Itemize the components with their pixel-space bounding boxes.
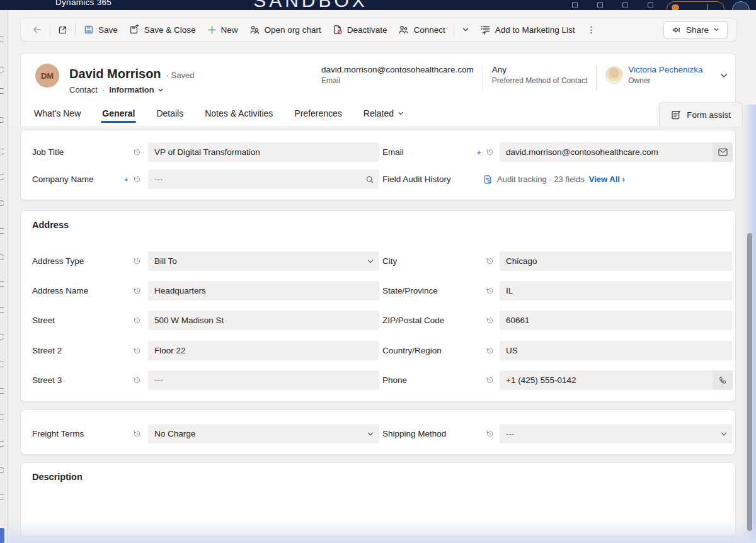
connect-button[interactable]: Connect [392, 21, 450, 38]
header-owner[interactable]: Victoria Pechenizka Owner [597, 65, 711, 85]
connect-flyout-chevron[interactable] [457, 23, 474, 36]
history-icon [130, 175, 143, 183]
history-icon [130, 376, 143, 384]
nav-icon-fragment [0, 227, 4, 234]
phone-value: +1 (425) 555-0142 [506, 375, 709, 385]
email-field[interactable]: david.morrison@contosohealthcare.com [500, 142, 733, 162]
tab-whats-new[interactable]: What's New [34, 102, 81, 125]
phone-field[interactable]: +1 (425) 555-0142 [500, 370, 733, 390]
history-icon [130, 148, 143, 156]
city-label: City [382, 256, 477, 266]
shipping-section-card: Freight Terms No Charge Shipping Method … [20, 409, 736, 455]
open-org-chart-button[interactable]: Open org chart [244, 21, 327, 38]
header-email-label: Email [321, 76, 474, 85]
street-field[interactable]: 500 W Madison St [148, 311, 379, 330]
job-title-label: Job Title [32, 147, 124, 157]
job-title-field[interactable]: VP of Digital Transformation [148, 142, 379, 162]
form-assist-button[interactable]: Form assist [659, 102, 743, 127]
tab-details[interactable]: Details [156, 102, 183, 125]
nav-icon-fragment [0, 35, 4, 42]
more-commands-button[interactable]: ⋮ [581, 23, 602, 37]
scrollbar-thumb[interactable] [747, 233, 752, 531]
preferred-method-value: Any [492, 65, 587, 74]
audit-tracking-text: Audit tracking · 23 fields [497, 174, 585, 184]
settings-icon[interactable] [572, 2, 578, 8]
call-phone-button[interactable] [713, 370, 733, 390]
summary-fields-card: Job Title VP of Digital Transformation C… [20, 130, 736, 200]
history-icon [130, 316, 143, 324]
new-button[interactable]: New [202, 21, 244, 38]
country-region-field[interactable]: US [500, 341, 733, 360]
company-name-lookup-field[interactable]: --- [148, 169, 379, 189]
city-field[interactable]: Chicago [500, 251, 733, 271]
view-all-link[interactable]: View All › [589, 174, 625, 184]
header-email-value: david.morrison@contosohealthcare.com [321, 65, 474, 74]
add-to-marketing-list-button[interactable]: Add to Marketing List [474, 21, 581, 38]
field-audit-history-label: Field Audit History [382, 174, 477, 184]
tab-notes-activities[interactable]: Notes & Activities [205, 102, 273, 125]
zip-postal-code-value: 60661 [506, 316, 728, 325]
back-button[interactable] [27, 22, 47, 37]
freight-terms-value: No Charge [154, 429, 367, 438]
chevron-down-icon [158, 87, 164, 93]
zip-postal-code-field[interactable]: 60661 [500, 311, 733, 330]
history-icon [130, 287, 143, 295]
deactivate-button[interactable]: Deactivate [327, 21, 393, 38]
address-name-field[interactable]: Headquarters [148, 281, 379, 300]
nav-icon-fragment [0, 440, 4, 447]
trial-dot-icon [672, 4, 679, 10]
description-section-title: Description [32, 472, 83, 482]
share-button[interactable]: Share [663, 21, 728, 38]
history-icon [483, 346, 496, 355]
help-icon[interactable] [597, 2, 603, 8]
address-type-dropdown[interactable]: Bill To [148, 251, 379, 271]
deactivate-icon [333, 25, 343, 35]
search-icon[interactable] [365, 175, 374, 184]
send-email-button[interactable] [713, 142, 733, 162]
open-in-new-window-icon [58, 25, 67, 35]
chevron-down-icon[interactable] [720, 430, 728, 438]
save-and-close-button[interactable]: Save & Close [123, 21, 202, 38]
connect-people-icon [398, 25, 409, 35]
popout-button[interactable] [53, 23, 72, 37]
chevron-down-icon [719, 71, 728, 80]
entity-type-label: Contact [69, 85, 98, 94]
bell-icon[interactable] [648, 2, 653, 8]
shipping-method-dropdown[interactable]: --- [500, 424, 733, 443]
company-name-label: Company Name [32, 174, 124, 184]
freight-terms-dropdown[interactable]: No Charge [148, 424, 379, 443]
trial-badge[interactable] [667, 1, 724, 10]
street-3-label: Street 3 [32, 375, 124, 385]
history-icon [483, 257, 496, 265]
address-name-value: Headquarters [154, 286, 374, 295]
header-email: david.morrison@contosohealthcare.com Ema… [312, 65, 483, 85]
lightbulb-icon[interactable] [622, 2, 628, 8]
recommended-marker: + [124, 176, 130, 183]
tab-preferences[interactable]: Preferences [294, 102, 341, 125]
nav-icon-fragment [0, 199, 4, 206]
form-selector[interactable]: Information [109, 85, 164, 94]
user-avatar[interactable] [732, 1, 750, 10]
save-button[interactable]: Save [78, 21, 123, 38]
state-province-field[interactable]: IL [500, 281, 733, 300]
country-region-label: Country/Region [382, 346, 477, 355]
email-label: Email [382, 147, 477, 157]
street-3-field[interactable]: --- [148, 370, 379, 390]
nav-icon-fragment [0, 306, 4, 313]
tab-related[interactable]: Related [364, 102, 404, 125]
chevron-down-icon[interactable] [367, 430, 374, 438]
save-status: - Saved [166, 71, 195, 80]
plus-icon [207, 25, 217, 35]
sitemap-bottom-button[interactable] [0, 528, 4, 543]
tab-general[interactable]: General [102, 102, 135, 125]
record-title: David Morrison- Saved [69, 67, 194, 81]
country-region-value: US [506, 346, 728, 355]
collapsed-sitemap-strip[interactable] [0, 10, 8, 543]
chevron-down-icon[interactable] [367, 258, 374, 265]
owner-avatar [605, 66, 623, 84]
owner-name-link[interactable]: Victoria Pechenizka [628, 65, 702, 74]
street-2-field[interactable]: Floor 22 [148, 341, 379, 360]
company-name-value: --- [154, 174, 365, 184]
collapse-header-chevron[interactable] [717, 69, 731, 83]
command-bar: Save Save & Close New Open org chart Dea… [20, 18, 737, 42]
